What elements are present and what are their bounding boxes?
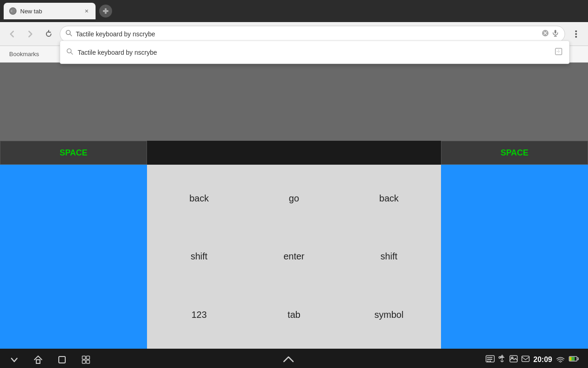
tab-title: New tab xyxy=(20,8,79,15)
keyboard-side-right[interactable] xyxy=(441,165,588,349)
keyboard-side-left[interactable] xyxy=(0,165,147,349)
key-enter[interactable]: enter xyxy=(247,228,342,286)
keyboard-area: SPACE SPACE back go back shift enter xyxy=(0,141,588,349)
tab-close-button[interactable]: ✕ xyxy=(83,7,90,15)
wifi-icon xyxy=(556,355,565,365)
svg-line-16 xyxy=(71,52,73,54)
svg-rect-44 xyxy=(570,357,571,361)
key-symbol[interactable]: symbol xyxy=(341,286,436,344)
svg-rect-22 xyxy=(82,356,85,359)
svg-rect-24 xyxy=(82,360,85,363)
key-back-right[interactable]: back xyxy=(341,169,436,228)
image-status-icon xyxy=(509,355,518,364)
key-tab[interactable]: tab xyxy=(247,286,342,344)
key-shift-left[interactable]: shift xyxy=(152,228,247,286)
svg-point-41 xyxy=(560,362,561,362)
keyboard-status-icon xyxy=(486,355,495,364)
address-bar[interactable] xyxy=(60,26,565,42)
reload-button[interactable] xyxy=(41,27,56,41)
suggestion-search-icon xyxy=(67,48,73,56)
svg-rect-3 xyxy=(103,10,108,12)
svg-line-5 xyxy=(70,34,72,36)
suggestion-action-icon[interactable] xyxy=(554,47,563,57)
keyboard-main-row: back go back shift enter shift 123 xyxy=(0,165,588,349)
nav-recents-button[interactable] xyxy=(57,355,67,365)
key-123[interactable]: 123 xyxy=(152,286,247,344)
space-center-gap xyxy=(147,141,441,165)
suggestion-text: Tactile keyboard by nscrybe xyxy=(78,49,550,56)
system-time: 20:09 xyxy=(533,356,552,364)
nav-grid-button[interactable] xyxy=(81,355,91,365)
key-go[interactable]: go xyxy=(247,169,342,228)
key-shift-right[interactable]: shift xyxy=(341,228,436,286)
svg-point-14 xyxy=(575,36,577,38)
tab-favicon xyxy=(9,7,17,15)
space-row: SPACE SPACE xyxy=(0,141,588,165)
bookmarks-button[interactable]: Bookmarks xyxy=(6,49,43,59)
forward-button[interactable] xyxy=(23,27,38,41)
key-back-left[interactable]: back xyxy=(152,169,247,228)
svg-rect-40 xyxy=(522,356,529,362)
mic-button[interactable] xyxy=(552,29,559,39)
title-bar: New tab ✕ xyxy=(0,0,588,22)
system-nav-buttons xyxy=(9,355,91,365)
svg-rect-20 xyxy=(36,360,40,363)
menu-button[interactable] xyxy=(569,27,583,41)
svg-point-12 xyxy=(575,30,577,32)
status-area: 20:09 xyxy=(486,354,579,365)
browser-content xyxy=(0,63,588,141)
svg-point-1 xyxy=(11,10,12,12)
browser-tab[interactable]: New tab ✕ xyxy=(4,3,96,19)
usb-status-icon xyxy=(498,354,506,365)
svg-point-13 xyxy=(575,33,577,35)
address-input[interactable] xyxy=(76,30,538,38)
keyboard-dismiss-button[interactable] xyxy=(282,355,295,364)
suggestion-item[interactable]: Tactile keyboard by nscrybe xyxy=(60,44,569,61)
back-button[interactable] xyxy=(5,27,19,41)
new-tab-button[interactable] xyxy=(99,5,112,17)
system-bar: 20:09 xyxy=(0,349,588,368)
svg-rect-23 xyxy=(86,356,90,359)
space-left-button[interactable]: SPACE xyxy=(0,141,147,165)
suggestion-dropdown: Tactile keyboard by nscrybe xyxy=(60,40,570,64)
clear-button[interactable] xyxy=(542,29,549,39)
svg-rect-21 xyxy=(59,356,65,363)
svg-rect-9 xyxy=(554,30,556,34)
keyboard-center: back go back shift enter shift 123 xyxy=(147,165,441,349)
battery-icon xyxy=(569,356,579,364)
space-right-button[interactable]: SPACE xyxy=(441,141,588,165)
address-search-icon xyxy=(66,30,72,38)
address-actions xyxy=(542,29,559,39)
mail-status-icon xyxy=(521,356,530,364)
nav-down-arrow[interactable] xyxy=(9,355,19,365)
nav-home-button[interactable] xyxy=(33,355,43,365)
svg-rect-25 xyxy=(86,360,90,363)
